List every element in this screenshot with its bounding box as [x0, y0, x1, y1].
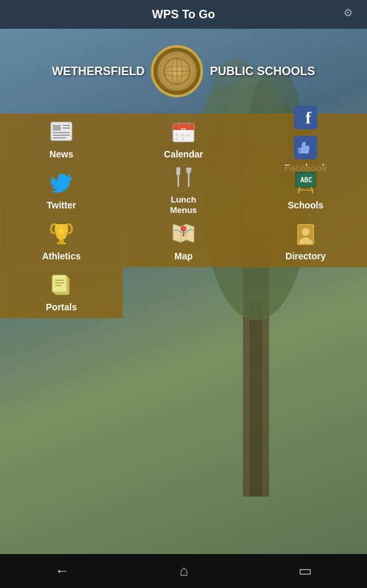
calendar-label: Calendar — [164, 149, 203, 160]
bottom-navigation: ← ⌂ ▭ — [0, 554, 367, 588]
portals-icon — [50, 272, 73, 299]
menu-item-news[interactable]: News — [1, 114, 123, 165]
map-icon — [171, 221, 196, 248]
settings-icon[interactable]: ⚙ — [343, 7, 359, 22]
menu-item-map[interactable]: Map — [123, 216, 245, 267]
menu-item-twitter[interactable]: Twitter — [1, 165, 123, 216]
lunch-label: Lunch Menus — [170, 195, 197, 215]
facebook-icon-thumb — [293, 135, 318, 160]
svg-rect-27 — [181, 134, 184, 137]
menu-item-schools[interactable]: ABC Schools — [245, 165, 367, 216]
twitter-label: Twitter — [47, 200, 76, 211]
empty-cell-2 — [245, 267, 367, 318]
twitter-icon — [50, 171, 73, 197]
school-name-right: PUBLIC SCHOOLS — [210, 65, 315, 78]
svg-text:f: f — [306, 108, 311, 127]
svg-rect-26 — [175, 134, 178, 137]
recent-apps-button[interactable]: ▭ — [298, 563, 312, 580]
menu-item-facebook[interactable]: f Facebook — [245, 114, 367, 165]
directory-icon — [294, 221, 317, 248]
athletics-icon — [50, 221, 73, 248]
back-button[interactable]: ← — [55, 563, 69, 580]
menu-grid: News 31 Calendar f — [0, 114, 367, 318]
home-button[interactable]: ⌂ — [180, 563, 188, 580]
lunch-icon — [172, 165, 195, 192]
svg-rect-45 — [59, 240, 64, 242]
svg-point-57 — [302, 228, 310, 236]
svg-rect-46 — [57, 242, 66, 244]
app-title: WPS To Go — [152, 8, 215, 22]
menu-item-lunch[interactable]: Lunch Menus — [123, 165, 245, 216]
menu-item-directory[interactable]: Directory — [245, 216, 367, 267]
schools-icon: ABC — [293, 171, 318, 197]
map-label: Map — [174, 251, 193, 262]
menu-item-calendar[interactable]: 31 Calendar — [123, 114, 245, 165]
svg-rect-30 — [181, 138, 184, 140]
school-seal — [151, 45, 203, 97]
svg-rect-1 — [249, 301, 263, 497]
athletics-label: Athletics — [42, 251, 80, 262]
facebook-icon: f — [294, 106, 317, 133]
svg-rect-29 — [175, 138, 178, 140]
top-bar: WPS To Go ⚙ — [0, 0, 367, 29]
portals-label: Portals — [46, 302, 76, 313]
news-label: News — [50, 149, 74, 160]
schools-label: Schools — [288, 200, 323, 211]
menu-item-portals[interactable]: Portals — [1, 267, 123, 318]
school-header: WETHERSFIELD PUBLIC SCHOOLS — [0, 29, 367, 114]
empty-cell-1 — [123, 267, 245, 318]
school-seal-inner — [157, 52, 197, 91]
svg-rect-34 — [298, 148, 300, 154]
menu-item-athletics[interactable]: Athletics — [1, 216, 123, 267]
news-icon — [50, 120, 73, 146]
calendar-icon: 31 — [172, 120, 195, 146]
school-name-left: WETHERSFIELD — [52, 65, 144, 78]
svg-rect-14 — [53, 125, 61, 131]
svg-rect-28 — [187, 134, 190, 137]
svg-rect-60 — [52, 275, 67, 292]
svg-text:31: 31 — [181, 127, 187, 133]
svg-text:ABC: ABC — [300, 176, 312, 184]
svg-point-52 — [182, 227, 185, 230]
directory-label: Directory — [285, 251, 325, 262]
